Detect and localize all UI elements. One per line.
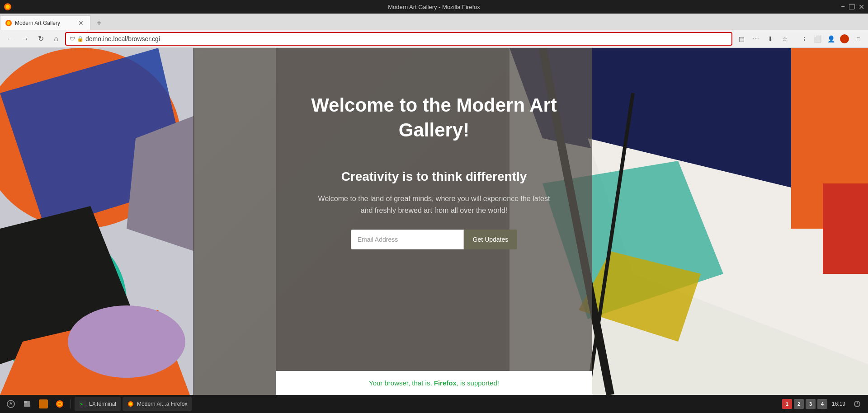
reload-button[interactable]: ↻ <box>34 33 47 45</box>
restore-button[interactable]: ❐ <box>849 3 855 11</box>
forward-button[interactable]: → <box>19 33 32 45</box>
minimize-button[interactable]: − <box>841 3 845 11</box>
support-prefix: Your browser, that is, <box>369 379 434 387</box>
tab-close-button[interactable]: ✕ <box>76 19 85 28</box>
firefox-taskbar-item[interactable]: Modern Ar...a Firefox <box>123 397 192 411</box>
svg-point-32 <box>129 403 132 406</box>
svg-point-3 <box>7 21 10 25</box>
terminal-taskbar-item[interactable]: >_ LXTerminal <box>75 397 121 411</box>
pocket-button[interactable]: ⬇ <box>764 33 777 45</box>
lock-icon: 🔒 <box>77 36 84 42</box>
new-tab-button[interactable]: + <box>92 16 106 30</box>
close-button[interactable]: ✕ <box>859 3 864 11</box>
svg-text:>_: >_ <box>80 402 86 407</box>
title-bar: Modern Art Gallery - Mozilla Firefox − ❐… <box>0 0 868 14</box>
taskbar-app-icon[interactable] <box>36 397 51 411</box>
main-heading: Welcome to the Modern Art Gallery! <box>303 93 565 142</box>
browser-name: Firefox <box>434 379 457 387</box>
content-overlay: Welcome to the Modern Art Gallery! Creat… <box>276 48 592 395</box>
workspace-3-button[interactable]: 3 <box>806 399 816 409</box>
svg-rect-17 <box>823 183 868 274</box>
svg-rect-25 <box>24 401 27 403</box>
account-button[interactable]: 👤 <box>825 33 837 45</box>
workspace-4-button[interactable]: 4 <box>817 399 827 409</box>
back-button[interactable]: ← <box>4 33 16 45</box>
taskbar-power-icon[interactable] <box>850 397 864 411</box>
workspace-1-button[interactable]: 1 <box>782 399 792 409</box>
support-suffix: , is supported! <box>457 379 499 387</box>
navigation-bar: ← → ↻ ⌂ 🛡 🔒 ▤ ⋯ ⬇ ☆ ⫶ ⬜ 👤 ≡ <box>0 30 868 48</box>
synced-tabs-button[interactable]: ⬜ <box>811 33 824 45</box>
sub-heading: Creativity is to think differently <box>341 169 527 184</box>
workspace-2-button[interactable]: 2 <box>794 399 804 409</box>
taskbar-settings-icon[interactable] <box>4 397 18 411</box>
security-icons: 🛡 🔒 <box>70 36 84 42</box>
url-input[interactable] <box>85 35 728 42</box>
support-banner: Your browser, that is, Firefox, is suppo… <box>276 371 592 395</box>
get-updates-button[interactable]: Get Updates <box>464 230 518 249</box>
reader-view-button[interactable]: ▤ <box>735 33 748 45</box>
tab-title: Modern Art Gallery <box>15 20 74 26</box>
bookmark-button[interactable]: ☆ <box>778 33 791 45</box>
taskbar-files-icon[interactable] <box>20 397 34 411</box>
web-content: Welcome to the Modern Art Gallery! Creat… <box>0 48 868 395</box>
nav-right-buttons: ▤ ⋯ ⬇ ☆ <box>735 33 791 45</box>
avatar-button[interactable] <box>838 33 851 45</box>
svg-point-28 <box>58 403 61 405</box>
tab-bar: Modern Art Gallery ✕ + <box>0 14 868 30</box>
tab-favicon <box>5 19 12 27</box>
svg-point-1 <box>6 5 10 9</box>
toolbar-right: ⫶ ⬜ 👤 ≡ <box>797 33 864 45</box>
taskbar-clock: 16:19 <box>829 401 848 407</box>
window-title: Modern Art Gallery - Mozilla Firefox <box>388 4 480 10</box>
email-form: Get Updates <box>303 230 565 249</box>
taskbar: >_ LXTerminal Modern Ar...a Firefox 1 2 … <box>0 395 868 413</box>
taskbar-right: 1 2 3 4 16:19 <box>782 397 864 411</box>
svg-point-10 <box>68 305 185 378</box>
address-bar[interactable]: 🛡 🔒 <box>65 32 732 46</box>
menu-button[interactable]: ≡ <box>852 33 864 45</box>
home-button[interactable]: ⌂ <box>50 33 62 45</box>
svg-marker-23 <box>9 401 13 405</box>
description: Welcome to the land of great minds, wher… <box>318 193 550 216</box>
firefox-icon <box>4 3 12 11</box>
extensions-button[interactable]: ⋯ <box>750 33 762 45</box>
active-tab[interactable]: Modern Art Gallery ✕ <box>0 15 90 30</box>
taskbar-separator-1 <box>71 399 71 408</box>
window-controls: − ❐ ✕ <box>841 3 864 11</box>
email-input[interactable] <box>351 230 464 249</box>
shield-icon: 🛡 <box>70 36 75 42</box>
library-button[interactable]: ⫶ <box>797 33 810 45</box>
taskbar-firefox-icon[interactable] <box>52 397 67 411</box>
